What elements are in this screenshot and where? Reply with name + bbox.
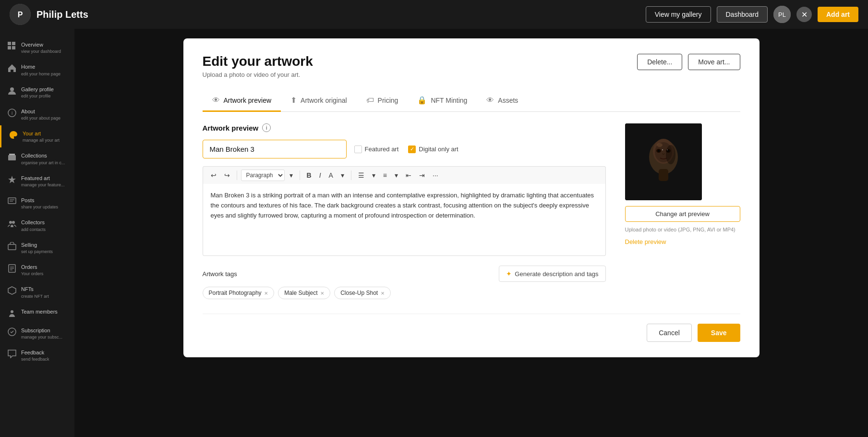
subscription-icon: [8, 328, 16, 336]
numbered-list-button[interactable]: ≡: [380, 170, 390, 181]
sidebar-subscription-label: Subscription: [21, 327, 62, 334]
tag-label-2: Close-Up Shot: [340, 290, 378, 296]
sidebar-item-orders[interactable]: Orders Your orders: [0, 259, 74, 281]
change-art-preview-button[interactable]: Change art preview: [625, 206, 740, 222]
sidebar-item-feedback[interactable]: Feedback send feedback: [0, 344, 74, 366]
dashboard-button[interactable]: Dashboard: [717, 6, 768, 23]
feedback-icon: [8, 350, 16, 358]
tag-remove-1[interactable]: ×: [321, 290, 325, 296]
chevron-text-down-icon[interactable]: ▾: [338, 170, 347, 181]
indent-decrease-button[interactable]: ⇤: [403, 170, 414, 181]
tag-label-1: Male Subject: [284, 290, 317, 296]
sidebar-overview-label: Overview: [21, 41, 61, 48]
tab-pricing[interactable]: 🏷 Pricing: [357, 90, 408, 112]
featured-art-checkbox[interactable]: [354, 146, 362, 153]
tab-assets[interactable]: 👁 Assets: [477, 90, 528, 112]
info-icon: i: [8, 109, 16, 117]
tabs: 👁 Artwork preview ⬆ Artwork original 🏷 P…: [203, 90, 740, 112]
view-gallery-button[interactable]: View my gallery: [646, 6, 711, 23]
sidebar-item-posts[interactable]: Posts share your updates: [0, 192, 74, 214]
svg-point-35: [657, 143, 663, 147]
digital-only-checkbox[interactable]: ✓: [408, 146, 416, 153]
modal-subtitle: Upload a photo or video of your art.: [203, 71, 313, 78]
svg-point-8: [10, 87, 14, 91]
featured-art-checkbox-label[interactable]: Featured art: [354, 146, 399, 153]
collections-icon: [8, 153, 16, 161]
sidebar-item-collections[interactable]: Collections organise your art in c...: [0, 147, 74, 170]
generate-button[interactable]: ✦ Generate description and tags: [499, 266, 605, 282]
sidebar-item-your-art[interactable]: Your art manage all your art: [0, 125, 74, 147]
move-art-button[interactable]: Move art...: [688, 54, 740, 70]
topnav: P Philip Letts View my gallery Dashboard…: [0, 0, 868, 29]
more-options-button[interactable]: ···: [430, 170, 441, 181]
collectors-icon: [8, 219, 16, 228]
content-area: Artwork preview i Featured art: [203, 123, 740, 299]
tab-nft-minting-label: NFT Minting: [431, 97, 467, 104]
generate-label: Generate description and tags: [515, 270, 598, 278]
sidebar-item-overview[interactable]: Overview view your dashboard: [0, 36, 74, 59]
text-color-button[interactable]: A: [326, 170, 336, 181]
italic-button[interactable]: I: [316, 170, 324, 181]
svg-point-16: [9, 221, 12, 224]
artwork-title-input[interactable]: [203, 140, 347, 158]
sidebar-item-subscription[interactable]: Subscription manage your subsc...: [0, 322, 74, 344]
svg-text:P: P: [18, 11, 23, 19]
editor-body[interactable]: Man Broken 3 is a striking portrait of a…: [203, 184, 606, 256]
paragraph-select[interactable]: Paragraph: [241, 170, 285, 181]
tab-assets-label: Assets: [498, 97, 518, 104]
tag-remove-2[interactable]: ×: [381, 290, 385, 296]
layout: Overview view your dashboard Home edit y…: [0, 29, 868, 437]
team-icon: [8, 309, 16, 317]
cancel-button[interactable]: Cancel: [647, 324, 692, 342]
close-button[interactable]: ✕: [796, 7, 812, 22]
title-row: Featured art ✓ Digital only art: [203, 140, 606, 158]
tags-label: Artwork tags: [203, 270, 237, 278]
tags-section: Artwork tags ✦ Generate description and …: [203, 266, 606, 299]
svg-rect-6: [8, 46, 11, 49]
sidebar-item-nfts[interactable]: NFTs create NFT art: [0, 281, 74, 303]
modal-title: Edit your artwork: [203, 54, 313, 69]
digital-only-checkbox-label[interactable]: ✓ Digital only art: [408, 146, 458, 153]
info-circle-icon[interactable]: i: [262, 123, 271, 132]
featured-art-label: Featured art: [365, 146, 399, 153]
redo-button[interactable]: ↪: [221, 170, 233, 181]
tags-header: Artwork tags ✦ Generate description and …: [203, 266, 606, 282]
sidebar-item-gallery-profile[interactable]: Gallery profile edit your profile: [0, 81, 74, 103]
save-button[interactable]: Save: [698, 324, 740, 342]
undo-button[interactable]: ↩: [208, 170, 219, 181]
assets-eye-icon: 👁: [486, 96, 494, 105]
user-avatar[interactable]: PL: [773, 6, 791, 23]
tab-artwork-original[interactable]: ⬆ Artwork original: [281, 90, 356, 112]
left-panel: Artwork preview i Featured art: [203, 123, 606, 299]
tag-chip-0: Portrait Photography ×: [203, 287, 275, 299]
modal-header: Edit your artwork Upload a photo or vide…: [203, 54, 740, 78]
sidebar-item-home[interactable]: Home edit your home page: [0, 59, 74, 81]
sidebar-selling-label: Selling: [21, 242, 53, 248]
sidebar-item-about[interactable]: i About edit your about page: [0, 103, 74, 125]
chevron-down-icon[interactable]: ▾: [287, 170, 296, 181]
indent-increase-button[interactable]: ⇥: [416, 170, 428, 181]
bullet-chevron-icon[interactable]: ▾: [369, 170, 378, 181]
sidebar-item-featured-art[interactable]: Featured art manage your feature...: [0, 170, 74, 192]
sidebar-feedback-sublabel: send feedback: [21, 357, 49, 362]
tab-pricing-label: Pricing: [378, 97, 398, 104]
modal: Edit your artwork Upload a photo or vide…: [183, 38, 760, 357]
tag-remove-0[interactable]: ×: [265, 290, 268, 296]
sidebar-item-team-members[interactable]: Team members: [0, 303, 74, 322]
delete-button[interactable]: Delete...: [637, 54, 682, 70]
delete-preview-button[interactable]: Delete preview: [625, 238, 666, 245]
svg-point-33: [662, 149, 663, 150]
add-art-button[interactable]: Add art: [818, 7, 858, 22]
numbered-chevron-icon[interactable]: ▾: [392, 170, 401, 181]
bold-button[interactable]: B: [304, 170, 314, 181]
tab-nft-minting[interactable]: 🔒 NFT Minting: [408, 90, 477, 112]
bullet-list-button[interactable]: ☰: [355, 170, 367, 181]
topnav-right: View my gallery Dashboard PL ✕ Add art: [646, 6, 858, 23]
sidebar-item-selling[interactable]: Selling set up payments: [0, 237, 74, 259]
tags-list: Portrait Photography × Male Subject × Cl…: [203, 287, 606, 299]
tab-artwork-preview[interactable]: 👁 Artwork preview: [203, 90, 281, 112]
sidebar-nfts-sublabel: create NFT art: [21, 294, 49, 299]
sidebar-item-collectors[interactable]: Collectors add contacts: [0, 214, 74, 236]
sidebar-selling-sublabel: set up payments: [21, 249, 53, 254]
site-logo: P: [10, 4, 31, 25]
